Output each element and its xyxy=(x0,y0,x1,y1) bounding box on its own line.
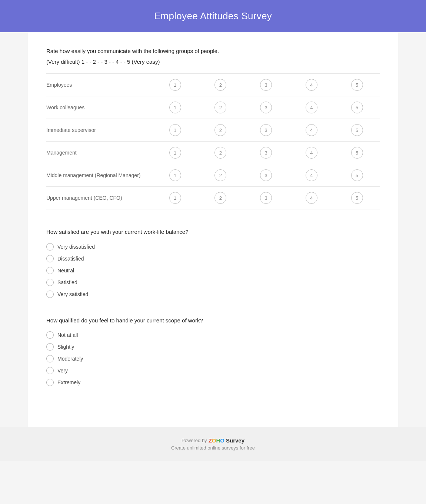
option-cell: 3 xyxy=(243,187,289,209)
rating-circle-3[interactable]: 3 xyxy=(260,169,272,181)
rating-circle-1[interactable]: 1 xyxy=(169,147,181,159)
row-label: Upper management (CEO, CFO) xyxy=(46,187,152,209)
radio-circle[interactable] xyxy=(46,355,54,362)
table-row: Management12345 xyxy=(46,142,380,164)
section-qualification: How qualified do you feel to handle your… xyxy=(46,316,380,387)
rating-circle-2[interactable]: 2 xyxy=(214,192,226,204)
radio-circle[interactable] xyxy=(46,343,54,351)
option-cell: 3 xyxy=(243,74,289,96)
rating-circle-4[interactable]: 4 xyxy=(306,147,317,159)
list-item[interactable]: Slightly xyxy=(46,343,380,351)
list-item[interactable]: Neutral xyxy=(46,267,380,274)
o1-letter: O xyxy=(212,437,216,444)
rating-circle-2[interactable]: 2 xyxy=(214,147,226,159)
radio-label: Very satisfied xyxy=(57,291,88,297)
option-cell: 3 xyxy=(243,164,289,187)
worklife-options: Very dissatisfiedDissatisfiedNeutralSati… xyxy=(46,243,380,298)
list-item[interactable]: Dissatisfied xyxy=(46,255,380,262)
radio-circle[interactable] xyxy=(46,331,54,339)
option-cell: 5 xyxy=(334,164,380,187)
list-item[interactable]: Satisfied xyxy=(46,279,380,286)
list-item[interactable]: Moderately xyxy=(46,355,380,362)
radio-circle[interactable] xyxy=(46,255,54,262)
option-cell: 3 xyxy=(243,142,289,164)
radio-circle[interactable] xyxy=(46,267,54,274)
rating-circle-1[interactable]: 1 xyxy=(169,102,181,113)
list-item[interactable]: Very satisfied xyxy=(46,291,380,298)
radio-circle[interactable] xyxy=(46,279,54,286)
rating-circle-4[interactable]: 4 xyxy=(306,169,317,181)
rating-circle-3[interactable]: 3 xyxy=(260,192,272,204)
rating-circle-5[interactable]: 5 xyxy=(351,169,363,181)
option-cell: 1 xyxy=(152,142,198,164)
rating-circle-2[interactable]: 2 xyxy=(214,102,226,113)
rating-circle-1[interactable]: 1 xyxy=(169,192,181,204)
table-row: Work colleagues12345 xyxy=(46,96,380,119)
option-cell: 5 xyxy=(334,142,380,164)
rating-circle-1[interactable]: 1 xyxy=(169,124,181,136)
header: Employee Attitudes Survey xyxy=(0,0,426,32)
rating-circle-2[interactable]: 2 xyxy=(214,79,226,91)
rating-circle-1[interactable]: 1 xyxy=(169,169,181,181)
rating-circle-3[interactable]: 3 xyxy=(260,124,272,136)
option-cell: 4 xyxy=(289,119,335,142)
zoho-logo: ZOHO xyxy=(209,437,224,444)
option-cell: 5 xyxy=(334,187,380,209)
radio-label: Very dissatisfied xyxy=(57,244,95,250)
table-row: Middle management (Regional Manager)1234… xyxy=(46,164,380,187)
list-item[interactable]: Not at all xyxy=(46,331,380,339)
footer: Powered by ZOHO Survey Create unlimited … xyxy=(0,427,426,461)
rating-circle-5[interactable]: 5 xyxy=(351,124,363,136)
option-cell: 4 xyxy=(289,164,335,187)
option-cell: 2 xyxy=(198,96,243,119)
radio-circle[interactable] xyxy=(46,379,54,386)
rating-circle-2[interactable]: 2 xyxy=(214,169,226,181)
footer-tagline: Create unlimited online surveys for free xyxy=(7,445,419,451)
radio-circle[interactable] xyxy=(46,243,54,251)
option-cell: 3 xyxy=(243,96,289,119)
list-item[interactable]: Very dissatisfied xyxy=(46,243,380,251)
rating-table: Employees12345Work colleagues12345Immedi… xyxy=(46,73,380,209)
radio-circle[interactable] xyxy=(46,367,54,374)
rating-circle-2[interactable]: 2 xyxy=(214,124,226,136)
radio-label: Slightly xyxy=(57,344,74,350)
rating-circle-5[interactable]: 5 xyxy=(351,192,363,204)
list-item[interactable]: Very xyxy=(46,367,380,374)
rating-circle-5[interactable]: 5 xyxy=(351,102,363,113)
powered-by-text: Powered by xyxy=(182,438,207,443)
radio-label: Neutral xyxy=(57,268,74,273)
row-label: Work colleagues xyxy=(46,96,152,119)
page-title: Employee Attitudes Survey xyxy=(7,10,419,22)
question-1-scale: (Very difficult) 1 - - 2 - - 3 - - 4 - -… xyxy=(46,58,380,66)
rating-circle-5[interactable]: 5 xyxy=(351,79,363,91)
rating-circle-3[interactable]: 3 xyxy=(260,147,272,159)
radio-label: Moderately xyxy=(57,356,83,362)
radio-label: Extremely xyxy=(57,379,80,385)
option-cell: 5 xyxy=(334,119,380,142)
list-item[interactable]: Extremely xyxy=(46,379,380,386)
o2-letter: O xyxy=(220,437,224,444)
row-label: Immediate supervisor xyxy=(46,119,152,142)
radio-label: Very xyxy=(57,368,68,374)
rating-circle-3[interactable]: 3 xyxy=(260,79,272,91)
option-cell: 1 xyxy=(152,119,198,142)
option-cell: 4 xyxy=(289,96,335,119)
survey-word: Survey xyxy=(226,437,244,444)
row-label: Middle management (Regional Manager) xyxy=(46,164,152,187)
radio-circle[interactable] xyxy=(46,291,54,298)
rating-circle-4[interactable]: 4 xyxy=(306,102,317,113)
rating-circle-5[interactable]: 5 xyxy=(351,147,363,159)
table-row: Upper management (CEO, CFO)12345 xyxy=(46,187,380,209)
rating-circle-3[interactable]: 3 xyxy=(260,102,272,113)
h-letter: H xyxy=(216,437,220,444)
rating-circle-4[interactable]: 4 xyxy=(306,124,317,136)
option-cell: 5 xyxy=(334,96,380,119)
rating-circle-4[interactable]: 4 xyxy=(306,79,317,91)
radio-label: Satisfied xyxy=(57,279,77,285)
rating-circle-1[interactable]: 1 xyxy=(169,79,181,91)
rating-circle-4[interactable]: 4 xyxy=(306,192,317,204)
option-cell: 1 xyxy=(152,74,198,96)
radio-label: Not at all xyxy=(57,332,78,338)
option-cell: 2 xyxy=(198,142,243,164)
z-letter: Z xyxy=(209,437,212,444)
